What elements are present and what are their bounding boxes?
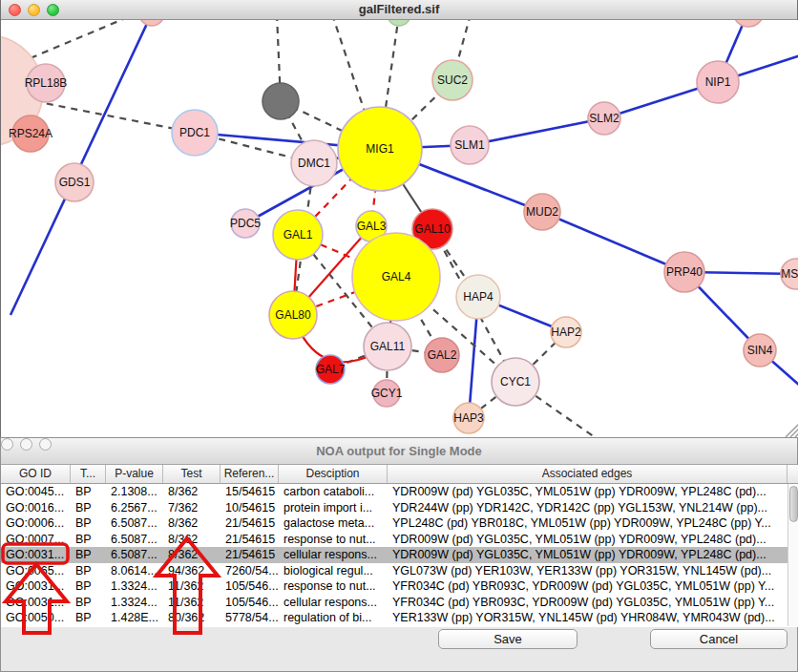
table-cell: response to nut... (279, 578, 388, 595)
node-label: GDS1 (59, 176, 91, 189)
table-cell: 2.1308... (106, 484, 163, 500)
node-label: PDC1 (179, 126, 210, 139)
table-cell: regulation of bi... (279, 610, 388, 626)
node-label: SIN4 (747, 344, 773, 357)
table-cell: BP (71, 484, 106, 500)
table-cell: YDR009W (pd) YGL035C, YML051W (pp) YDR00… (388, 484, 788, 500)
table-cell: 7/362 (163, 500, 220, 516)
network-edge[interactable] (386, 20, 399, 108)
table-cell: 8/362 (163, 547, 220, 563)
table-cell: 8/362 (163, 532, 220, 548)
node-label: SUC2 (437, 74, 468, 87)
table-cell: carbon cataboli... (279, 484, 388, 500)
table-row[interactable]: GO:0031...BP1.3324...11/362105/546...res… (1, 578, 798, 595)
column-header[interactable]: Desciption (279, 465, 388, 483)
table-cell: GO:0031... (1, 578, 71, 595)
table-cell: GO:0006... (1, 515, 71, 532)
network-window: galFiltered.sif RPL18BRPS24AGDS1PDC1DMC1… (0, 0, 798, 437)
table-cell: YFR034C (pd) YBR093C, YDR009W (pd) YGL03… (388, 578, 788, 595)
table-row[interactable]: GO:0031...BP1.3324...11/362105/546...cel… (1, 595, 798, 611)
table-cell: GO:0065... (1, 563, 71, 579)
noa-window-titlebar: NOA output for Single Mode (1, 438, 797, 465)
save-button[interactable]: Save (438, 629, 578, 649)
node-label: HAP4 (463, 290, 494, 304)
node-label: MSL1 (781, 267, 798, 281)
table-cell: BP (71, 532, 106, 548)
table-cell: 1.428E... (106, 610, 163, 626)
network-window-titlebar: galFiltered.sif (1, 0, 797, 20)
table-cell: 5778/54... (220, 610, 279, 626)
node-label: HAP3 (453, 411, 484, 425)
table-cell: 105/546... (220, 595, 279, 611)
network-node[interactable] (262, 83, 299, 119)
network-edge[interactable] (542, 212, 684, 272)
scrollbar-thumb[interactable] (789, 486, 798, 522)
node-label: GAL7 (316, 363, 346, 376)
network-node[interactable] (388, 20, 410, 26)
table-cell: BP (71, 578, 106, 595)
table-cell: 7260/54... (220, 563, 279, 579)
node-label: GAL80 (275, 308, 311, 322)
node-label: PDC5 (230, 217, 261, 230)
column-header[interactable]: Referen... (220, 465, 279, 483)
network-edge[interactable] (34, 101, 195, 133)
table-row[interactable]: GO:0045...BP2.1308...8/36215/54615carbon… (1, 484, 798, 500)
table-cell: 80/362 (163, 610, 220, 626)
node-label: GAL3 (357, 220, 387, 233)
node-label: SLM2 (589, 112, 620, 125)
table-cell: YER133W (pp) YOR315W, YNL145W (pd) YHR08… (388, 610, 788, 626)
table-cell: GO:0016... (1, 500, 71, 516)
node-label: GAL11 (370, 340, 406, 353)
table-cell: GO:0045... (1, 484, 71, 500)
node-label: NIP1 (705, 75, 731, 89)
table-cell: 105/546... (220, 578, 279, 595)
network-edge[interactable] (470, 118, 604, 145)
table-cell: 8.0614... (106, 563, 163, 579)
table-cell: 6.5087... (106, 532, 163, 548)
network-edge[interactable] (332, 20, 366, 115)
dialog-button-row: Save Cancel (1, 627, 798, 672)
table-cell: 6.5087... (106, 547, 163, 563)
table-row[interactable]: GO:0050...BP1.428E...80/3625778/54...reg… (1, 610, 798, 626)
table-cell: BP (71, 500, 106, 516)
noa-output-window: NOA output for Single Mode GO IDT...P-va… (0, 437, 798, 672)
table-cell: YDR244W (pp) YDR142C, YDR142C (pp) YGL15… (388, 500, 788, 516)
table-cell: BP (71, 547, 106, 563)
node-label: CYC1 (500, 375, 531, 388)
table-cell: 8/362 (163, 484, 220, 500)
table-cell: galactose meta... (279, 515, 388, 532)
network-node[interactable] (733, 20, 764, 27)
network-canvas[interactable]: RPL18BRPS24AGDS1PDC1DMC1MIG1SUC2SLM1SLM2… (1, 20, 798, 437)
column-header[interactable]: Test (163, 465, 220, 483)
node-label: GAL1 (284, 228, 313, 242)
node-label: GAL2 (428, 348, 457, 362)
table-cell: YFR034C (pd) YBR093C, YDR009W (pd) YGL03… (388, 595, 788, 611)
column-header[interactable]: P-value (106, 465, 163, 483)
node-label: DMC1 (298, 157, 330, 170)
table-cell: 11/362 (163, 595, 220, 611)
table-cell: 94/362 (163, 563, 220, 579)
table-row[interactable]: GO:0007...BP6.5087...8/36221/54615respon… (1, 532, 798, 548)
table-cell: 11/362 (163, 578, 220, 595)
table-cell: 1.3324... (106, 595, 163, 611)
noa-table-body: GO:0045...BP2.1308...8/36215/54615carbon… (1, 484, 798, 626)
table-cell: 21/54615 (220, 532, 279, 548)
column-header[interactable]: GO ID (1, 465, 71, 483)
table-row[interactable]: GO:0031...BP6.5087...8/36221/54615cellul… (1, 547, 798, 563)
table-cell: 15/54615 (220, 484, 279, 500)
column-header[interactable]: Associated edges (388, 465, 788, 483)
table-cell: 1.3324... (106, 578, 163, 595)
network-graph: RPL18BRPS24AGDS1PDC1DMC1MIG1SUC2SLM1SLM2… (1, 20, 798, 437)
table-row[interactable]: GO:0006...BP6.5087...8/36221/54615galact… (1, 515, 798, 532)
node-label: SLM1 (454, 138, 485, 152)
table-row[interactable]: GO:0065...BP8.0614...94/3627260/54...bio… (1, 563, 798, 579)
cancel-button[interactable]: Cancel (650, 629, 788, 649)
table-row[interactable]: GO:0016...BP6.2567...7/36210/54615protei… (1, 500, 798, 516)
network-node[interactable] (139, 20, 164, 26)
table-cell: GO:0007... (1, 532, 71, 548)
node-label: GCY1 (371, 387, 403, 400)
vertical-scrollbar[interactable] (788, 484, 798, 626)
column-header[interactable]: T... (71, 465, 106, 483)
table-cell: GO:0031... (1, 547, 71, 563)
node-label: GAL10 (414, 222, 451, 236)
